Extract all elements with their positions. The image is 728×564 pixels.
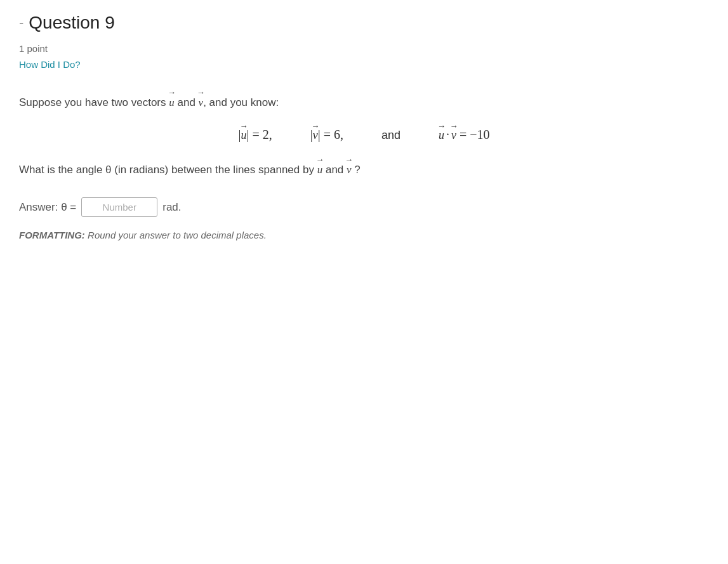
formatting-note: FORMATTING: Round your answer to two dec… — [19, 230, 709, 240]
points-label: 1 point — [19, 43, 709, 54]
vec-u-question: u — [317, 164, 323, 176]
question-line: What is the angle θ (in radians) between… — [19, 155, 709, 178]
how-did-i-do-link[interactable]: How Did I Do? — [19, 59, 81, 70]
problem-intro: Suppose you have two vectors u and v, an… — [19, 88, 709, 111]
formatting-text: Round your answer to two decimal places. — [88, 230, 267, 240]
math-equations: |u| = 2, |v| = 6, and u · v = −10 — [19, 122, 709, 142]
answer-label: Answer: θ = — [19, 201, 76, 214]
eq-dot-product: u · v = −10 — [439, 122, 490, 142]
eq-and: and — [381, 129, 400, 142]
question-title: Question 9 — [29, 13, 114, 33]
vec-v-question: v — [347, 164, 352, 176]
rad-label: rad. — [162, 201, 181, 214]
formatting-bold: FORMATTING: — [19, 230, 85, 240]
eq-magnitude-u: |u| = 2, — [238, 122, 272, 142]
answer-row: Answer: θ = rad. — [19, 197, 709, 217]
vec-u-intro: u — [169, 96, 175, 108]
question-dash: - — [19, 15, 23, 31]
question-header: - Question 9 — [19, 13, 709, 33]
vec-v-intro: v — [199, 96, 204, 108]
eq-magnitude-v: |v| = 6, — [310, 122, 343, 142]
answer-input[interactable] — [81, 197, 157, 217]
